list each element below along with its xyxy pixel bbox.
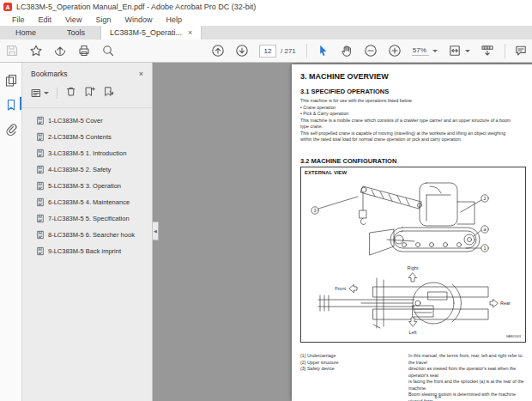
- save-button[interactable]: [5, 44, 19, 58]
- bookmark-item[interactable]: 1-LC383M-5 Cover: [36, 117, 150, 125]
- callout-boom-label: 3: [313, 208, 316, 213]
- expand-current-bookmark-button[interactable]: [103, 85, 114, 100]
- zoom-out-button[interactable]: [364, 44, 378, 58]
- bookmark-locate-icon: [103, 86, 114, 97]
- bookmark-item-label: 6-LC383M-5 4. Maintenance: [48, 198, 130, 207]
- bookmark-page-icon: [36, 149, 45, 158]
- bookmark-plus-icon: [84, 86, 95, 97]
- toolbar-collapse-icon: [481, 44, 494, 58]
- note-line: In this manual, the terms front, rear, l…: [408, 353, 529, 366]
- chevron-down-icon[interactable]: [465, 50, 470, 55]
- print-button[interactable]: [77, 44, 91, 58]
- menu-item[interactable]: Edit: [32, 15, 59, 24]
- hide-toolbar-button[interactable]: [481, 44, 494, 58]
- attachments-button[interactable]: [4, 123, 18, 137]
- bookmark-page-icon: [36, 197, 45, 207]
- new-bookmark-button[interactable]: [84, 85, 95, 100]
- callout-sprocket-label: a: [483, 227, 487, 232]
- page-down-icon: [235, 44, 249, 58]
- zoom-out-icon: [364, 44, 378, 58]
- favorites-button[interactable]: [29, 44, 43, 58]
- menu-item[interactable]: Sign: [88, 15, 118, 24]
- fit-width-button[interactable]: [448, 44, 462, 58]
- active-panel-indicator: [20, 97, 21, 110]
- text-line: within the rated total load for normal c…: [300, 137, 529, 143]
- page-thumbnails-button[interactable]: [4, 73, 18, 87]
- bookmark-options-button[interactable]: [31, 88, 49, 99]
- machine-top-view-drawing: Right: [301, 258, 527, 339]
- note-line: direction as viewed from the operator's …: [408, 366, 529, 379]
- bookmark-item[interactable]: 3-LC383M-5 1. Introduction: [36, 149, 150, 158]
- menu-item[interactable]: File: [5, 15, 32, 24]
- direction-front-label: Front: [335, 286, 346, 291]
- acrobat-app-icon: A: [3, 3, 12, 11]
- bookmark-item[interactable]: 5-LC383M-5 3. Operation: [36, 182, 150, 191]
- bookmark-item[interactable]: 9-LC383M-5 Back imprint: [36, 247, 150, 256]
- bookmark-item[interactable]: 8-LC383M-5 6. Searcher hook: [36, 231, 150, 240]
- zoom-in-button[interactable]: [388, 44, 402, 58]
- bookmark-item[interactable]: 6-LC383M-5 4. Maintenance: [36, 198, 150, 207]
- callout-upper-label: 2: [483, 196, 486, 201]
- text-line: • Pick & Carry operation: [300, 111, 529, 118]
- navigation-rail: [0, 63, 22, 401]
- panel-collapse-handle[interactable]: ◀: [153, 222, 159, 240]
- section-3-1-text: This machine is for use with the operati…: [300, 98, 529, 143]
- bookmark-page-icon: [36, 246, 45, 256]
- comment-button[interactable]: [514, 44, 528, 58]
- main-toolbar: 12 / 271 57%: [0, 39, 532, 63]
- page-total-label: / 271: [281, 47, 296, 55]
- share-button[interactable]: [53, 44, 67, 58]
- machine-side-view-drawing: 3 2 a 1: [301, 178, 527, 258]
- chevron-down-icon: [432, 50, 438, 55]
- bookmarks-panel-header: Bookmarks ×: [22, 63, 152, 82]
- bookmark-icon: [4, 98, 18, 112]
- document-viewer[interactable]: ◀ 3. MACHINE OVERVIEW 3.1 SPECIFIED OPER…: [153, 63, 532, 401]
- select-tool-button[interactable]: [316, 44, 329, 58]
- section-3-1-title: 3.1 SPECIFIED OPERATIONS: [300, 88, 389, 95]
- delete-bookmark-button[interactable]: [65, 85, 76, 100]
- next-page-button[interactable]: [235, 44, 249, 58]
- bookmark-item-label: 3-LC383M-5 1. Introduction: [48, 149, 126, 158]
- search-icon: [101, 44, 115, 58]
- pages-icon: [4, 73, 18, 87]
- tab-document[interactable]: LC383M-5_Operati... ×: [100, 26, 202, 39]
- page-heading: 3. MACHINE OVERVIEW: [300, 72, 389, 81]
- menu-item[interactable]: Window: [118, 15, 159, 24]
- menu-item[interactable]: View: [58, 15, 88, 24]
- menu-item[interactable]: Help: [159, 15, 189, 24]
- figure-legend: (1) Undercarriage(2) Upper structure(3) …: [300, 353, 338, 373]
- panel-close-icon[interactable]: ×: [139, 70, 143, 78]
- printer-icon: [77, 44, 91, 58]
- bookmarks-toolbar: [22, 82, 152, 108]
- save-icon: [5, 44, 19, 58]
- bookmark-item[interactable]: 7-LC383M-5 5. Specification: [36, 215, 150, 223]
- legend-line: (1) Undercarriage: [300, 353, 338, 360]
- text-line: This machine is a mobile crane which con…: [300, 118, 529, 125]
- tab-home[interactable]: Home: [0, 26, 51, 39]
- bookmark-item[interactable]: 4-LC383M-5 2. Safety: [36, 166, 150, 174]
- page-number: 1-4: [412, 394, 463, 399]
- bookmark-item-label: 4-LC383M-5 2. Safety: [48, 166, 111, 174]
- bookmarks-panel-button[interactable]: [4, 98, 18, 112]
- direction-rear-label: Rear: [500, 301, 511, 306]
- previous-page-button[interactable]: [211, 44, 225, 58]
- bookmark-page-icon: [36, 230, 45, 240]
- zoom-level-dropdown[interactable]: 57%: [412, 46, 438, 56]
- toolbar-divider: [505, 44, 505, 58]
- tab-bar: Home Tools LC383M-5_Operati... ×: [0, 26, 532, 39]
- tab-close-icon[interactable]: ×: [188, 28, 192, 37]
- tab-tools[interactable]: Tools: [51, 26, 100, 39]
- cursor-arrow-icon: [316, 44, 329, 58]
- callout-track-label: 1: [483, 246, 486, 251]
- drawing-code: SAM01003: [506, 335, 521, 338]
- bookmark-item[interactable]: 2-LC383M-5 Contents: [36, 133, 150, 142]
- zoom-in-icon: [388, 44, 402, 58]
- text-line: This self-propelled crane is capable of …: [300, 131, 529, 137]
- page-number-input[interactable]: 12: [259, 45, 276, 58]
- bookmark-page-icon: [36, 214, 45, 223]
- fit-width-icon: [448, 44, 462, 58]
- hand-tool-button[interactable]: [340, 44, 354, 58]
- text-line: type crane.: [300, 124, 529, 131]
- hand-icon: [340, 44, 354, 58]
- search-button[interactable]: [101, 44, 115, 58]
